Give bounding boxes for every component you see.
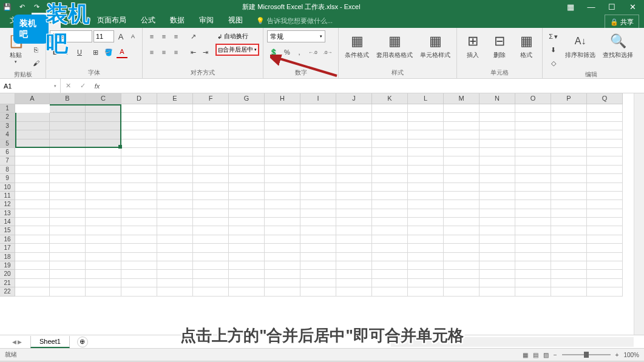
- cell[interactable]: [372, 139, 408, 148]
- cell[interactable]: [15, 253, 50, 261]
- cell[interactable]: [515, 200, 551, 209]
- cell[interactable]: [15, 226, 50, 235]
- cell[interactable]: [444, 148, 480, 156]
- cell[interactable]: [50, 218, 86, 226]
- row-header[interactable]: 9: [0, 174, 15, 183]
- cell[interactable]: [157, 209, 193, 218]
- cell[interactable]: [372, 174, 408, 183]
- row-header[interactable]: 16: [0, 235, 15, 244]
- cell[interactable]: [515, 139, 551, 148]
- cell[interactable]: [444, 261, 480, 270]
- cell[interactable]: [551, 139, 587, 148]
- cell[interactable]: [587, 287, 623, 296]
- cell[interactable]: [229, 156, 265, 165]
- orientation-button[interactable]: ↗: [188, 30, 198, 42]
- cell[interactable]: [157, 261, 193, 270]
- cell[interactable]: [515, 287, 551, 296]
- cell[interactable]: [50, 113, 86, 121]
- cell[interactable]: [15, 244, 50, 252]
- cell[interactable]: [372, 104, 408, 113]
- cell[interactable]: [336, 218, 372, 226]
- cell[interactable]: [193, 139, 229, 148]
- cell[interactable]: [15, 183, 50, 192]
- cell[interactable]: [193, 200, 229, 209]
- cell[interactable]: [50, 183, 86, 192]
- cell[interactable]: [336, 104, 372, 113]
- cell[interactable]: [300, 226, 336, 235]
- cell[interactable]: [480, 139, 515, 148]
- cell[interactable]: [121, 218, 157, 226]
- cell[interactable]: [551, 209, 587, 218]
- cell[interactable]: [193, 148, 229, 156]
- cell[interactable]: [15, 113, 50, 121]
- cell[interactable]: [265, 279, 300, 287]
- cell[interactable]: [551, 270, 587, 278]
- cell[interactable]: [50, 192, 86, 200]
- cell[interactable]: [408, 104, 444, 113]
- cell[interactable]: [408, 261, 444, 270]
- row-header[interactable]: 7: [0, 156, 15, 165]
- clear-button[interactable]: ◇: [546, 57, 560, 69]
- cell[interactable]: [229, 139, 265, 148]
- cell[interactable]: [300, 156, 336, 165]
- cell[interactable]: [121, 166, 157, 174]
- row-header[interactable]: 5: [0, 139, 15, 148]
- cell[interactable]: [336, 174, 372, 183]
- cell[interactable]: [515, 218, 551, 226]
- column-header[interactable]: I: [300, 93, 336, 104]
- cell[interactable]: [444, 253, 480, 261]
- cell[interactable]: [587, 139, 623, 148]
- cell[interactable]: [157, 122, 193, 130]
- cell[interactable]: [157, 174, 193, 183]
- ribbon-options-icon[interactable]: ▦: [561, 0, 580, 13]
- sheet-tab-active[interactable]: Sheet1: [30, 336, 70, 348]
- align-bottom-button[interactable]: ≡: [171, 30, 181, 42]
- cell[interactable]: [15, 148, 50, 156]
- cell[interactable]: [372, 209, 408, 218]
- cell[interactable]: [157, 253, 193, 261]
- cell[interactable]: [587, 279, 623, 287]
- grow-font-button[interactable]: A: [115, 30, 126, 42]
- cell[interactable]: [551, 287, 587, 296]
- vertical-scrollbar[interactable]: [634, 93, 644, 335]
- cell[interactable]: [372, 148, 408, 156]
- cell[interactable]: [480, 244, 515, 252]
- cell[interactable]: [408, 209, 444, 218]
- cell[interactable]: [193, 279, 229, 287]
- merge-center-button[interactable]: ⊟ 合并后居中 ▾: [215, 44, 259, 56]
- cell[interactable]: [551, 122, 587, 130]
- cell[interactable]: [229, 148, 265, 156]
- cell[interactable]: [15, 130, 50, 139]
- column-header[interactable]: Q: [587, 93, 623, 104]
- cell[interactable]: [229, 166, 265, 174]
- cell[interactable]: [300, 139, 336, 148]
- cell[interactable]: [157, 192, 193, 200]
- cell[interactable]: [480, 226, 515, 235]
- cell[interactable]: [444, 235, 480, 244]
- cell[interactable]: [444, 130, 480, 139]
- cell[interactable]: [15, 192, 50, 200]
- cell[interactable]: [193, 174, 229, 183]
- minimize-button[interactable]: —: [582, 0, 600, 13]
- cell[interactable]: [157, 218, 193, 226]
- cell[interactable]: [121, 139, 157, 148]
- cell[interactable]: [229, 235, 265, 244]
- cell[interactable]: [336, 244, 372, 252]
- cell[interactable]: [86, 148, 121, 156]
- row-header[interactable]: 3: [0, 122, 15, 130]
- cell[interactable]: [86, 226, 121, 235]
- cell[interactable]: [50, 104, 86, 113]
- cell[interactable]: [336, 270, 372, 278]
- cell[interactable]: [444, 244, 480, 252]
- cell[interactable]: [157, 148, 193, 156]
- cell[interactable]: [86, 166, 121, 174]
- cell[interactable]: [587, 130, 623, 139]
- column-header[interactable]: P: [551, 93, 587, 104]
- close-button[interactable]: ✕: [623, 0, 642, 13]
- cell[interactable]: [551, 200, 587, 209]
- column-header[interactable]: G: [229, 93, 265, 104]
- cell[interactable]: [480, 104, 515, 113]
- cell[interactable]: [480, 261, 515, 270]
- cell[interactable]: [408, 183, 444, 192]
- cell[interactable]: [121, 287, 157, 296]
